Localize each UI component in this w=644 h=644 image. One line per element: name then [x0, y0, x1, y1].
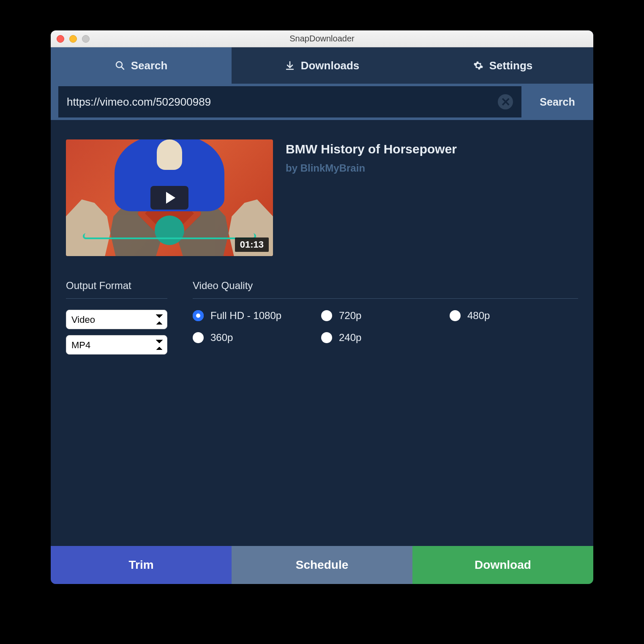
tab-settings[interactable]: Settings	[412, 47, 593, 84]
trim-button-label: Trim	[128, 558, 153, 572]
divider	[66, 298, 167, 299]
content-area: 01:13 BMW History of Horsepower by Blink…	[51, 120, 593, 546]
quality-option-1080p[interactable]: Full HD - 1080p	[193, 310, 321, 322]
quality-option-480p[interactable]: 480p	[450, 310, 578, 322]
video-thumbnail[interactable]: 01:13	[66, 139, 273, 256]
tab-downloads-label: Downloads	[301, 59, 360, 72]
options-panel: Output Format Video MP4 Video Quality Fu…	[66, 280, 578, 360]
app-window: SnapDownloader Search Downloads	[51, 30, 593, 584]
tab-search-label: Search	[131, 59, 168, 72]
video-metadata: BMW History of Horsepower by BlinkMyBrai…	[286, 139, 457, 256]
output-format-section: Output Format Video MP4	[66, 280, 167, 360]
video-duration: 01:13	[235, 237, 269, 252]
svg-line-1	[121, 67, 124, 69]
container-select[interactable]: MP4	[66, 335, 167, 355]
download-icon	[285, 60, 295, 71]
quality-option-label: 240p	[339, 332, 361, 344]
radio-icon	[193, 310, 204, 321]
output-format-label: Output Format	[66, 280, 167, 298]
format-type-select[interactable]: Video	[66, 310, 167, 329]
quality-option-720p[interactable]: 720p	[321, 310, 450, 322]
clear-input-button[interactable]: ✕	[498, 94, 513, 109]
gear-icon	[473, 60, 483, 71]
url-input-container: ✕	[58, 86, 521, 117]
close-icon: ✕	[501, 95, 510, 109]
tab-search[interactable]: Search	[51, 47, 232, 84]
quality-option-360p[interactable]: 360p	[193, 332, 321, 344]
titlebar: SnapDownloader	[51, 30, 593, 47]
main-tabs: Search Downloads Settings	[51, 47, 593, 84]
radio-icon	[321, 310, 332, 321]
url-input[interactable]	[67, 96, 498, 109]
search-icon	[115, 60, 125, 71]
quality-option-label: 360p	[210, 332, 233, 344]
download-button-label: Download	[475, 558, 531, 572]
video-title: BMW History of Horsepower	[286, 142, 457, 156]
search-bar: ✕ Search	[51, 84, 593, 120]
tab-downloads[interactable]: Downloads	[232, 47, 412, 84]
video-author: by BlinkMyBrain	[286, 162, 457, 174]
search-button-label: Search	[540, 96, 575, 108]
quality-option-240p[interactable]: 240p	[321, 332, 450, 344]
schedule-button[interactable]: Schedule	[232, 546, 412, 584]
download-button[interactable]: Download	[412, 546, 593, 584]
trim-button[interactable]: Trim	[51, 546, 232, 584]
quality-option-label: Full HD - 1080p	[210, 310, 281, 322]
radio-icon	[450, 310, 461, 321]
video-result: 01:13 BMW History of Horsepower by Blink…	[66, 139, 578, 256]
quality-option-label: 720p	[339, 310, 361, 322]
divider	[193, 298, 578, 299]
video-quality-section: Video Quality Full HD - 1080p 720p 480p	[193, 280, 578, 360]
video-quality-label: Video Quality	[193, 280, 578, 298]
search-button[interactable]: Search	[521, 84, 593, 120]
radio-icon	[321, 332, 332, 343]
quality-options: Full HD - 1080p 720p 480p 360p	[193, 310, 578, 344]
tab-settings-label: Settings	[489, 59, 533, 72]
schedule-button-label: Schedule	[296, 558, 348, 572]
radio-icon	[193, 332, 204, 343]
play-icon	[150, 186, 188, 210]
action-footer: Trim Schedule Download	[51, 546, 593, 584]
window-title: SnapDownloader	[51, 34, 593, 44]
quality-option-label: 480p	[467, 310, 490, 322]
